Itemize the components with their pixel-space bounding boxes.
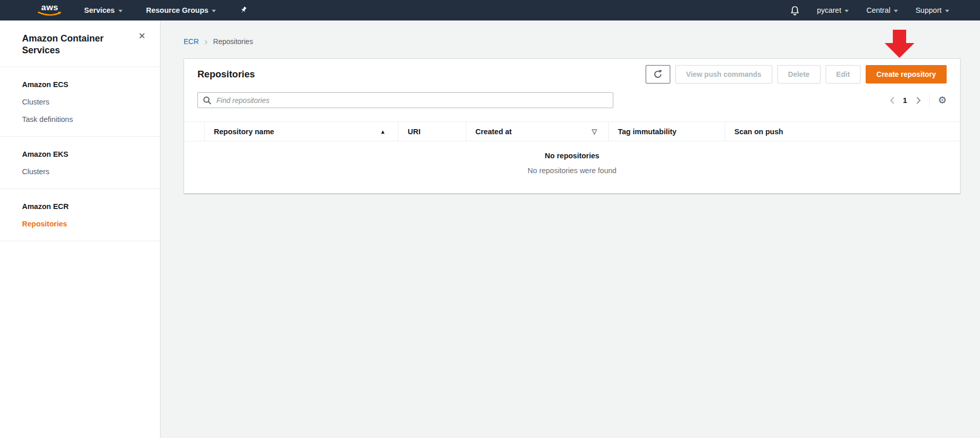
region-menu[interactable]: Central — [866, 6, 898, 14]
aws-logo-text: aws — [41, 4, 58, 11]
chevron-down-icon — [845, 10, 849, 12]
breadcrumb-current: Repositories — [213, 37, 253, 46]
chevron-down-icon — [894, 10, 898, 12]
next-page-icon[interactable] — [915, 96, 921, 105]
column-label: Tag immutability — [618, 128, 676, 136]
sidebar-section-ecr: Amazon ECR Repositories — [0, 189, 160, 241]
sidebar-item-task-definitions[interactable]: Task definitions — [22, 115, 160, 123]
column-label: Repository name — [214, 128, 274, 136]
resource-groups-menu-label: Resource Groups — [146, 6, 209, 14]
chevron-down-icon — [212, 10, 216, 12]
sidebar-item-repositories[interactable]: Repositories — [22, 220, 160, 228]
column-repository-name[interactable]: Repository name ▲ — [204, 122, 398, 141]
previous-page-icon[interactable] — [889, 96, 895, 105]
sidebar-title: Amazon Container Services — [22, 33, 117, 57]
gear-icon[interactable]: ⚙ — [938, 95, 947, 105]
table-header: Repository name ▲ URI Created at ▽ Tag i… — [184, 121, 960, 141]
current-page-number[interactable]: 1 — [903, 96, 907, 105]
services-menu[interactable]: Services — [84, 6, 123, 14]
column-label: Created at — [475, 128, 512, 136]
sidebar-header: Amazon Container Services ✕ — [0, 20, 160, 67]
column-uri: URI — [398, 122, 466, 141]
sidebar-section-eks: Amazon EKS Clusters — [0, 137, 160, 189]
column-scan-on-push: Scan on push — [725, 122, 960, 141]
chevron-down-icon — [945, 10, 949, 12]
account-menu-label: pycaret — [817, 6, 842, 14]
aws-logo[interactable]: aws — [37, 4, 63, 17]
empty-state-title: No repositories — [184, 152, 960, 160]
delete-button[interactable]: Delete — [777, 65, 821, 84]
pagination: 1 ⚙ — [889, 94, 947, 107]
search-input[interactable] — [197, 92, 613, 108]
support-menu[interactable]: Support — [915, 6, 949, 14]
sidebar-item-ecs-clusters[interactable]: Clusters — [22, 98, 160, 106]
pin-icon[interactable] — [239, 6, 247, 14]
resource-groups-menu[interactable]: Resource Groups — [146, 6, 216, 14]
column-created-at[interactable]: Created at ▽ — [466, 122, 608, 141]
select-all-column — [184, 122, 204, 141]
refresh-icon — [653, 69, 663, 79]
edit-button[interactable]: Edit — [826, 65, 861, 84]
empty-state-message: No repositories were found — [184, 166, 960, 175]
filter-icon[interactable]: ▽ — [592, 128, 597, 135]
region-menu-label: Central — [866, 6, 890, 14]
account-menu[interactable]: pycaret — [817, 6, 849, 14]
annotation-arrow-icon — [885, 30, 914, 58]
sidebar-heading-eks: Amazon EKS — [22, 150, 160, 158]
breadcrumb-separator-icon: › — [205, 38, 208, 45]
view-push-commands-button[interactable]: View push commands — [675, 65, 772, 84]
repositories-card: Repositories View push commands Delete E… — [184, 58, 961, 194]
notifications-bell-icon[interactable] — [790, 6, 799, 15]
sort-ascending-icon[interactable]: ▲ — [380, 129, 386, 135]
search-wrap — [197, 92, 613, 108]
close-icon[interactable]: ✕ — [138, 32, 146, 40]
sidebar-heading-ecs: Amazon ECS — [22, 80, 160, 89]
search-row: 1 ⚙ — [184, 89, 960, 108]
sidebar: Amazon Container Services ✕ Amazon ECS C… — [0, 20, 161, 438]
column-tag-immutability: Tag immutability — [608, 122, 725, 141]
support-menu-label: Support — [915, 6, 942, 14]
sidebar-heading-ecr: Amazon ECR — [22, 202, 160, 211]
main-content: ECR › Repositories Repositories View pus… — [161, 20, 980, 438]
breadcrumb-ecr-link[interactable]: ECR — [184, 37, 199, 46]
aws-smile-icon — [37, 11, 63, 17]
sidebar-item-eks-clusters[interactable]: Clusters — [22, 168, 160, 176]
breadcrumb: ECR › Repositories — [184, 20, 961, 46]
sidebar-section-ecs: Amazon ECS Clusters Task definitions — [0, 67, 160, 137]
card-header: Repositories View push commands Delete E… — [184, 59, 960, 89]
search-icon — [203, 96, 211, 105]
refresh-button[interactable] — [646, 65, 670, 84]
top-navigation-bar: aws Services Resource Groups pyc — [0, 0, 980, 20]
column-label: URI — [408, 128, 421, 136]
chevron-down-icon — [118, 10, 123, 12]
empty-state: No repositories No repositories were fou… — [184, 141, 960, 193]
create-repository-button[interactable]: Create repository — [866, 65, 947, 84]
page-title: Repositories — [197, 69, 255, 80]
pagination-divider — [929, 94, 930, 107]
services-menu-label: Services — [84, 6, 115, 14]
column-label: Scan on push — [734, 128, 783, 136]
toolbar: View push commands Delete Edit Create re… — [646, 65, 947, 84]
